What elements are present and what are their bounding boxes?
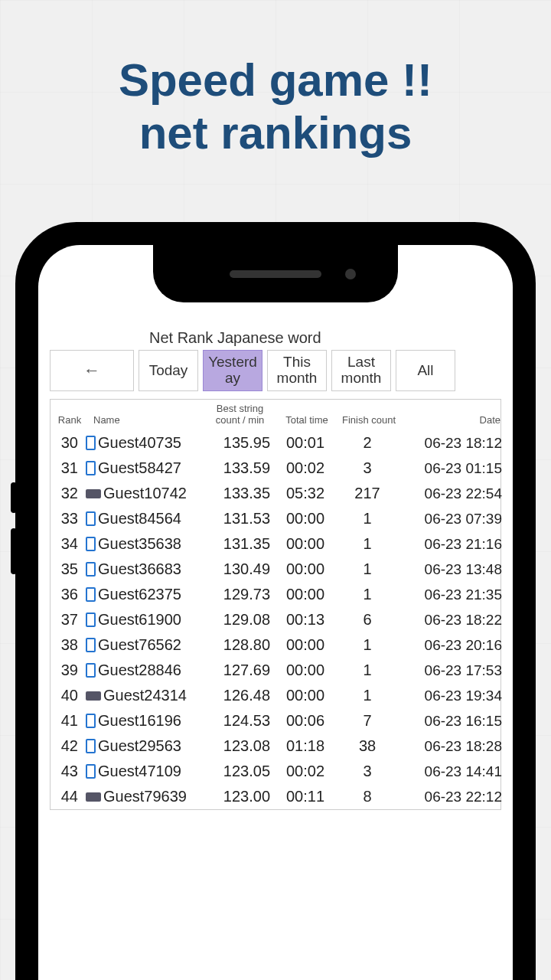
name-cell: Guest10742	[86, 485, 202, 502]
player-name: Guest58427	[98, 459, 181, 477]
table-row[interactable]: 32Guest10742133.3505:3221706-23 22:54	[51, 481, 500, 506]
time-cell: 00:02	[275, 763, 336, 780]
rank-cell: 30	[51, 434, 86, 452]
name-cell: Guest84564	[86, 510, 202, 528]
name-cell: Guest58427	[86, 459, 202, 477]
score-cell: 123.00	[202, 788, 275, 805]
rank-cell: 33	[51, 510, 86, 528]
col-date: Date	[400, 414, 504, 426]
name-cell: Guest40735	[86, 434, 202, 452]
table-row[interactable]: 37Guest61900129.0800:13606-23 18:22	[51, 607, 500, 632]
time-cell: 00:11	[275, 788, 336, 805]
date-cell: 06-23 20:16	[399, 637, 502, 654]
player-name: Guest62375	[98, 586, 181, 603]
date-cell: 06-23 18:22	[399, 612, 502, 629]
score-cell: 133.35	[202, 485, 275, 502]
table-row[interactable]: 35Guest36683130.4900:00106-23 13:48	[51, 557, 500, 582]
tab-all[interactable]: All	[396, 350, 455, 391]
date-cell: 06-23 18:28	[399, 738, 502, 755]
time-cell: 00:00	[275, 662, 336, 679]
time-cell: 00:00	[275, 636, 336, 654]
time-cell: 00:06	[275, 712, 336, 730]
score-cell: 133.59	[202, 459, 275, 477]
score-cell: 123.05	[202, 763, 275, 780]
score-cell: 124.53	[202, 712, 275, 730]
player-name: Guest35638	[98, 535, 181, 553]
phone-icon	[86, 511, 96, 526]
score-cell: 129.08	[202, 611, 275, 629]
table-row[interactable]: 38Guest76562128.8000:00106-23 20:16	[51, 632, 500, 658]
name-cell: Guest79639	[86, 788, 202, 805]
finish-cell: 6	[336, 611, 399, 629]
phone-icon	[86, 436, 96, 450]
player-name: Guest36683	[98, 560, 181, 578]
player-name: Guest16196	[98, 712, 181, 730]
phone-side-button	[11, 528, 17, 574]
col-time: Total time	[276, 414, 337, 426]
player-name: Guest76562	[98, 636, 181, 654]
table-row[interactable]: 36Guest62375129.7300:00106-23 21:35	[51, 582, 500, 607]
page-title: Net Rank Japanese word	[149, 329, 501, 347]
tab-last-month[interactable]: Lastmonth	[331, 350, 391, 391]
name-cell: Guest24314	[86, 687, 202, 704]
table-row[interactable]: 34Guest35638131.3500:00106-23 21:16	[51, 531, 500, 557]
time-cell: 05:32	[275, 485, 336, 502]
rank-cell: 40	[51, 687, 86, 704]
rank-cell: 38	[51, 636, 86, 654]
table-row[interactable]: 44Guest79639123.0000:11806-23 22:12	[51, 784, 500, 809]
phone-icon	[86, 739, 96, 753]
score-cell: 129.73	[202, 586, 275, 603]
player-name: Guest61900	[98, 611, 181, 629]
player-name: Guest40735	[98, 434, 181, 452]
table-row[interactable]: 31Guest58427133.5900:02306-23 01:15	[51, 456, 500, 481]
table-row[interactable]: 43Guest47109123.0500:02306-23 14:41	[51, 759, 500, 784]
device-icon	[86, 489, 101, 498]
score-cell: 126.48	[202, 687, 275, 704]
col-name: Name	[87, 414, 204, 426]
rank-cell: 31	[51, 459, 86, 477]
tab-today[interactable]: Today	[139, 350, 198, 391]
name-cell: Guest36683	[86, 560, 202, 578]
phone-icon	[86, 562, 96, 577]
rank-cell: 34	[51, 535, 86, 553]
rank-cell: 42	[51, 737, 86, 755]
tab-this-month[interactable]: Thismonth	[267, 350, 327, 391]
score-cell: 128.80	[202, 636, 275, 654]
rank-cell: 36	[51, 586, 86, 603]
table-row[interactable]: 39Guest28846127.6900:00106-23 17:53	[51, 658, 500, 683]
finish-cell: 8	[336, 788, 399, 805]
phone-icon	[86, 461, 96, 475]
rank-cell: 37	[51, 611, 86, 629]
table-row[interactable]: 33Guest84564131.5300:00106-23 07:39	[51, 506, 500, 531]
finish-cell: 1	[336, 510, 399, 528]
table-row[interactable]: 40Guest24314126.4800:00106-23 19:34	[51, 683, 500, 708]
finish-cell: 38	[336, 737, 399, 755]
name-cell: Guest62375	[86, 586, 202, 603]
time-cell: 00:00	[275, 510, 336, 528]
table-row[interactable]: 41Guest16196124.5300:06706-23 16:15	[51, 708, 500, 733]
col-score: Best string count / min	[204, 403, 276, 426]
rank-cell: 32	[51, 485, 86, 502]
col-finish: Finish count	[337, 414, 400, 426]
score-cell: 127.69	[202, 662, 275, 679]
headline-line2: net rankings	[0, 106, 551, 159]
date-cell: 06-23 21:35	[399, 586, 502, 603]
tab-yesterday[interactable]: Yesterday	[203, 350, 262, 391]
name-cell: Guest47109	[86, 763, 202, 780]
date-cell: 06-23 01:15	[399, 460, 502, 477]
table-row[interactable]: 42Guest29563123.0801:183806-23 18:28	[51, 733, 500, 759]
time-cell: 00:00	[275, 560, 336, 578]
time-cell: 01:18	[275, 737, 336, 755]
rank-cell: 35	[51, 560, 86, 578]
time-cell: 00:13	[275, 611, 336, 629]
back-arrow-icon: ←	[83, 361, 100, 381]
time-cell: 00:02	[275, 459, 336, 477]
back-button[interactable]: ←	[50, 350, 134, 391]
time-cell: 00:00	[275, 535, 336, 553]
date-cell: 06-23 16:15	[399, 713, 502, 730]
device-icon	[86, 691, 101, 701]
date-cell: 06-23 18:12	[399, 435, 502, 452]
phone-icon	[86, 587, 96, 602]
score-cell: 123.08	[202, 737, 275, 755]
table-row[interactable]: 30Guest40735135.9500:01206-23 18:12	[51, 430, 500, 456]
